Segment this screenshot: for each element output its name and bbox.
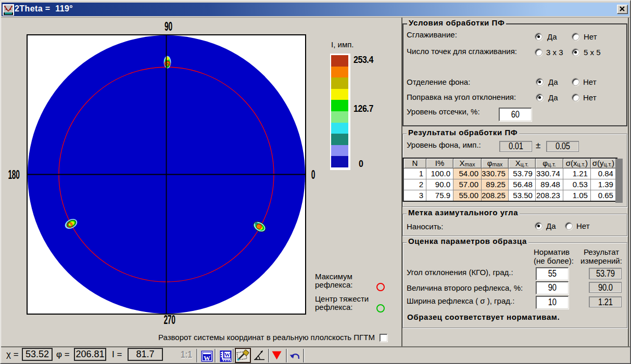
svg-text:W: W	[224, 352, 230, 358]
svg-text:W: W	[204, 354, 210, 362]
